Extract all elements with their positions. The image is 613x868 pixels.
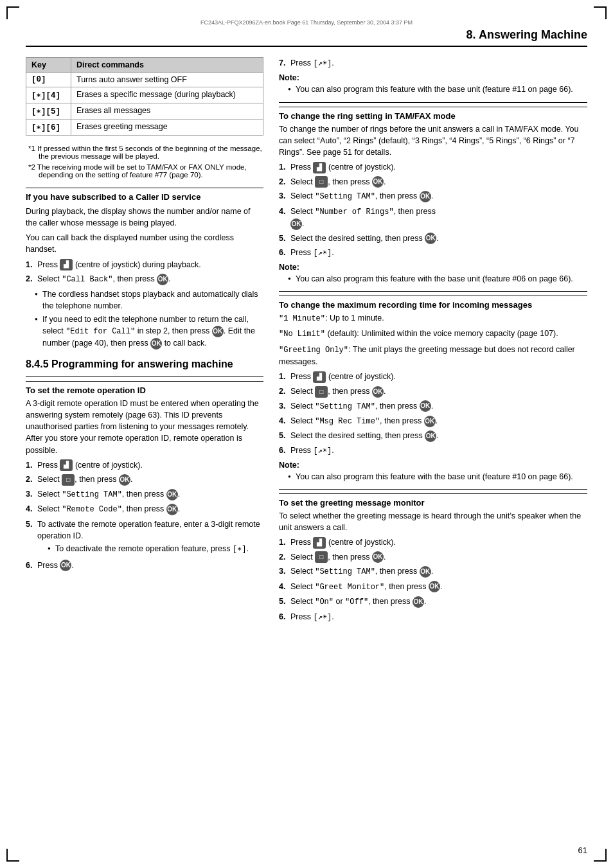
table-cell-command: Erases a specific message (during playba… bbox=[71, 87, 263, 103]
greet-step-5: 5. Select "On" or "Off", then press OK. bbox=[279, 596, 587, 608]
max-rec-heading: To change the maximum recording time for… bbox=[279, 296, 587, 310]
ok-ring5: OK bbox=[425, 233, 436, 244]
corner-tr bbox=[594, 6, 607, 19]
max-rec-note: Note: You can also program this feature … bbox=[279, 461, 587, 483]
main-content: Key Direct commands [0]Turns auto answer… bbox=[26, 57, 587, 626]
greet-step-3: 3. Select "Setting TAM", then press OK. bbox=[279, 565, 587, 578]
table-cell-key: [0] bbox=[26, 73, 71, 87]
ring-step-4: 4. Select "Number of Rings", then pressO… bbox=[279, 206, 587, 230]
ok-btn-r6: OK bbox=[60, 560, 71, 571]
ring-note-list: You can also program this feature with t… bbox=[288, 273, 587, 285]
ok-mr4: OK bbox=[424, 416, 436, 427]
max-rec-step-1: 1. Press ▟ (centre of joystick). bbox=[279, 371, 587, 383]
ok-g3: OK bbox=[420, 566, 431, 578]
menu-ring2: □ bbox=[315, 176, 328, 188]
caller-id-step-1: 1. Press ▟ (centre of joystick) during p… bbox=[26, 259, 263, 271]
greet-step-4: 4. Select "Greet Monitor", then press OK… bbox=[279, 581, 587, 593]
ring-step-5: 5. Select the desired setting, then pres… bbox=[279, 233, 587, 245]
remote-step-5-bullet: To deactivate the remote operation featu… bbox=[48, 543, 263, 555]
table-header-key: Key bbox=[26, 58, 71, 73]
max-rec-steps: 1. Press ▟ (centre of joystick). 2. Sele… bbox=[279, 371, 587, 457]
table-header-commands: Direct commands bbox=[71, 58, 263, 73]
max-rec-step-6: 6. Press [↗☀]. bbox=[279, 445, 587, 457]
commands-table: Key Direct commands [0]Turns auto answer… bbox=[26, 57, 263, 136]
table-cell-key: [∗][4] bbox=[26, 87, 71, 103]
step7-list: 7. Press [↗☀]. bbox=[279, 57, 587, 69]
caller-id-heading: If you have subscribed to a Caller ID se… bbox=[26, 192, 263, 202]
greet-step-1: 1. Press ▟ (centre of joystick). bbox=[279, 536, 587, 549]
max-rec-body2: "No Limit" (default): Unlimited within t… bbox=[279, 328, 587, 340]
max-rec-step-3: 3. Select "Setting TAM", then press OK. bbox=[279, 400, 587, 412]
ring-step-2: 2. Select □, then press OK. bbox=[279, 176, 587, 188]
remote-step-5: 5. To activate the remote operation feat… bbox=[26, 518, 263, 557]
caller-id-bullets: The cordless handset stops playback and … bbox=[35, 288, 263, 350]
caller-id-body2: You can call back the displayed number u… bbox=[26, 232, 263, 255]
ring-step-1: 1. Press ▟ (centre of joystick). bbox=[279, 161, 587, 173]
ok-mr3: OK bbox=[420, 400, 431, 412]
remote-op-heading: To set the remote operation ID bbox=[26, 381, 263, 395]
table-row: [∗][6]Erases greeting message bbox=[26, 120, 263, 136]
step7-note-list: You can also program this feature with t… bbox=[288, 84, 587, 95]
menu-g2: □ bbox=[315, 551, 328, 563]
ok-g4: OK bbox=[429, 581, 440, 592]
ok-btn-icon-3: OK bbox=[150, 338, 162, 350]
footnote-2: *2 The receiving mode will be set to TAM… bbox=[28, 163, 263, 179]
ok-g5: OK bbox=[413, 596, 424, 608]
divider-greet bbox=[279, 489, 587, 490]
footnotes: *1 If pressed within the first 5 seconds… bbox=[26, 145, 263, 179]
divider-2 bbox=[26, 376, 263, 377]
joystick-mr1: ▟ bbox=[313, 371, 326, 383]
table-row: [0]Turns auto answer setting OFF bbox=[26, 73, 263, 87]
caller-id-bullet-2: If you need to edit the telephone number… bbox=[35, 314, 263, 350]
menu-mr2: □ bbox=[315, 386, 328, 398]
page-header: 8. Answering Machine bbox=[26, 28, 587, 47]
page: FC243AL-PFQX2096ZA-en.book Page 61 Thurs… bbox=[0, 0, 613, 868]
divider-ring bbox=[279, 102, 587, 103]
table-row: [∗][4]Erases a specific message (during … bbox=[26, 87, 263, 103]
caller-id-step-2: 2. Select "Call Back", then press OK. bbox=[26, 273, 263, 285]
table-cell-command: Erases all messages bbox=[71, 103, 263, 120]
menu-icon-r2: □ bbox=[62, 474, 75, 486]
table-cell-key: [∗][6] bbox=[26, 120, 71, 136]
ring-section-heading: To change the ring setting in TAM/FAX mo… bbox=[279, 107, 587, 121]
remote-op-body: A 3-digit remote operation ID must be en… bbox=[26, 398, 263, 456]
ok-btn-icon: OK bbox=[157, 274, 168, 285]
ok-ring2: OK bbox=[372, 176, 384, 188]
page-number: 61 bbox=[578, 846, 587, 855]
table-cell-command: Erases greeting message bbox=[71, 120, 263, 136]
table-cell-key: [∗][5] bbox=[26, 103, 71, 120]
max-rec-step-2: 2. Select □, then press OK. bbox=[279, 385, 587, 398]
programming-section-heading: 8.4.5 Programming for answering machine bbox=[26, 359, 263, 370]
corner-bl bbox=[6, 849, 19, 862]
ok-mr2: OK bbox=[372, 386, 384, 398]
corner-br bbox=[594, 849, 607, 862]
greet-step-2: 2. Select □, then press OK. bbox=[279, 551, 587, 563]
max-rec-note-item: You can also program this feature with t… bbox=[288, 471, 587, 483]
step7-note-item: You can also program this feature with t… bbox=[288, 84, 587, 95]
left-column: Key Direct commands [0]Turns auto answer… bbox=[26, 57, 263, 626]
table-row: [∗][5]Erases all messages bbox=[26, 103, 263, 120]
remote-step-1: 1. Press ▟ (centre of joystick). bbox=[26, 459, 263, 472]
divider-1 bbox=[26, 188, 263, 188]
corner-tl bbox=[6, 6, 19, 19]
caller-id-bullet-1: The cordless handset stops playback and … bbox=[35, 288, 263, 312]
caller-id-body1: During playback, the display shows the n… bbox=[26, 206, 263, 229]
right-column: 7. Press [↗☀]. Note: You can also progra… bbox=[279, 57, 587, 626]
page-title: 8. Answering Machine bbox=[466, 28, 587, 42]
joystick-g1: ▟ bbox=[313, 537, 326, 549]
greet-step-6: 6. Press [↗☀]. bbox=[279, 611, 587, 623]
joystick-icon: ▟ bbox=[60, 259, 73, 270]
ok-btn-icon-2: OK bbox=[212, 326, 224, 337]
step7-note: Note: You can also program this feature … bbox=[279, 73, 587, 95]
ring-note-item: You can also program this feature with t… bbox=[288, 273, 587, 285]
ok-g2: OK bbox=[372, 551, 384, 563]
ok-ring4: OK bbox=[290, 218, 302, 230]
ok-btn-r3: OK bbox=[166, 489, 178, 500]
ok-btn-r2: OK bbox=[119, 474, 130, 486]
footnote-1: *1 If pressed within the first 5 seconds… bbox=[28, 145, 263, 160]
ring-section-body: To change the number of rings before the… bbox=[279, 123, 587, 158]
ok-mr5: OK bbox=[425, 430, 436, 442]
remote-step-4: 4. Select "Remote Code", then press OK. bbox=[26, 503, 263, 515]
greet-body: To select whether the greeting message i… bbox=[279, 510, 587, 533]
ring-note: Note: You can also program this feature … bbox=[279, 263, 587, 285]
